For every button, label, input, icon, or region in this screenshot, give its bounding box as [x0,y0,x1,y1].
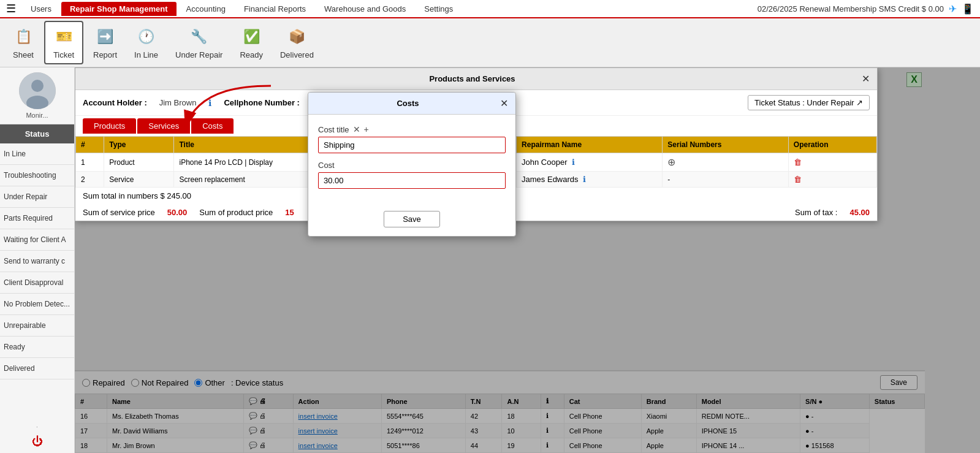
main-area: Monir... Status In Line Troubleshooting … [0,67,980,453]
add-serial-icon[interactable]: ⊕ [667,157,675,167]
tab-products[interactable]: Products [83,118,136,134]
nav-financial[interactable]: Financial Reports [235,2,314,16]
cost-label-row: Cost [318,161,506,170]
sidebar-item-waitingclient[interactable]: Waiting for Client A [0,229,74,251]
costs-modal-header: Costs ✕ [308,93,515,115]
sidebar-item-delivered[interactable]: Delivered [0,358,74,379]
sidebar-item-clientdisapproval[interactable]: Client Disapproval [0,272,74,294]
telegram-icon[interactable]: ✈ [949,3,957,15]
sidebar: Monir... Status In Line Troubleshooting … [0,67,75,453]
tab-costs[interactable]: Costs [191,118,234,134]
tab-services[interactable]: Services [137,118,190,134]
account-holder-label: Account Holder : [83,98,147,107]
report-label: Report [93,50,117,59]
sidebar-item-inline[interactable]: In Line [0,143,74,165]
products-modal-close[interactable]: ✕ [862,73,870,85]
row-serial: ⊕ [663,153,788,172]
inline-button[interactable]: 🕐 In Line [127,22,165,63]
top-bar: ☰ Users Repair Shop Management Accountin… [0,0,980,18]
cost-title-label: Cost title [318,125,349,134]
delete-icon[interactable]: 🗑 [794,158,802,167]
nav-repair-shop[interactable]: Repair Shop Management [61,2,177,16]
cost-label: Cost [318,161,335,170]
top-bar-info: 02/26/2025 Renewal Membership SMS Credit… [758,3,974,15]
cost-amount-input[interactable] [318,172,506,189]
costs-modal-body: Cost title ✕ + Cost [308,115,515,206]
row-type: Service [104,172,174,188]
sidebar-item-ready[interactable]: Ready [0,337,74,358]
row-repairman: John Cooper ℹ [517,153,663,172]
ticket-status-value: Under Repair [807,98,854,107]
ticket-status-label: Ticket Status : [754,98,805,107]
ready-label: Ready [240,50,263,59]
sum-service-label: Sum of service price [83,208,155,217]
sum-tax-value: 45.00 [849,208,870,217]
ticket-label: Ticket [53,50,74,59]
clear-cost-title-button[interactable]: ✕ [353,124,360,134]
cost-title-label-row: Cost title ✕ + [318,124,506,134]
th-num: # [76,137,104,153]
sidebar-item-underrepair[interactable]: Under Repair [0,186,74,208]
content-area: X Repaired Not Repaired Other : Device s… [75,67,980,453]
inline-label: In Line [134,50,158,59]
power-button[interactable]: ⏻ [0,430,74,453]
sheet-icon: 📋 [12,26,34,48]
info-icon: ℹ [208,98,211,108]
th-serial: Serial Numbers [663,137,788,153]
sidebar-item-partsrequired[interactable]: Parts Required [0,208,74,229]
nav-settings[interactable]: Settings [416,2,462,16]
report-button[interactable]: ➡️ Report [86,22,124,63]
dots-indicator: · [0,424,74,430]
sidebar-item-unrepairable[interactable]: Unrepairable [0,315,74,337]
nav-accounting[interactable]: Accounting [178,2,234,16]
nav-users[interactable]: Users [22,2,60,16]
th-repairman: Repairman Name [517,137,663,153]
ticket-button[interactable]: 🎫 Ticket [44,21,83,64]
date-info: 02/26/2025 Renewal Membership SMS Credit… [758,4,944,13]
row-operation: 🗑 [788,153,876,172]
svg-point-1 [31,80,44,92]
ready-button[interactable]: ✅ Ready [232,22,270,63]
report-icon: ➡️ [94,26,116,48]
cost-title-input[interactable] [318,137,506,153]
nav-warehouse[interactable]: Warehouse and Goods [316,2,414,16]
costs-modal-title: Costs [316,99,500,108]
products-modal-header: Products and Services ✕ [75,68,877,90]
info-icon: ℹ [583,175,586,184]
costs-modal: Costs ✕ Cost title ✕ + Cost Save [308,92,516,237]
row-repairman: James Edwards ℹ [517,172,663,188]
ticket-status-button[interactable]: Ticket Status : Under Repair ↗ [748,95,870,110]
sidebar-item-noproblem[interactable]: No Problem Detec... [0,294,74,315]
hamburger-icon[interactable]: ☰ [6,2,16,15]
costs-save-button[interactable]: Save [384,211,440,227]
costs-modal-close[interactable]: ✕ [500,97,508,109]
sum-product-value: 15 [285,208,294,217]
toolbar: 📋 Sheet 🎫 Ticket ➡️ Report 🕐 In Line 🔧 U… [0,18,980,67]
sheet-label: Sheet [13,50,34,59]
sum-total: Sum total in numbers $ 245.00 [83,191,191,200]
sidebar-status-header: Status [0,124,74,143]
delivered-button[interactable]: 📦 Delivered [273,22,321,63]
products-modal-title: Products and Services [83,74,862,83]
row-operation: 🗑 [788,172,876,188]
delete-icon[interactable]: 🗑 [794,175,802,184]
sum-product-label: Sum of product price [199,208,273,217]
row-num: 1 [76,153,104,172]
sidebar-item-troubleshooting[interactable]: Troubleshooting [0,165,74,186]
delivered-label: Delivered [280,50,314,59]
avatar [19,72,56,109]
ticket-icon: 🎫 [53,26,75,48]
ready-icon: ✅ [240,26,262,48]
sheet-button[interactable]: 📋 Sheet [5,22,42,63]
underrepair-label: Under Repair [175,50,222,59]
row-num: 2 [76,172,104,188]
whatsapp-icon[interactable]: 📱 [962,3,974,15]
underrepair-button[interactable]: 🔧 Under Repair [168,22,230,63]
costs-modal-footer: Save [308,206,515,236]
external-link-icon: ↗ [856,98,863,107]
underrepair-icon: 🔧 [188,26,210,48]
add-cost-title-button[interactable]: + [364,124,369,134]
info-icon: ℹ [572,158,575,167]
sum-tax-label: Sum of tax : [795,208,837,217]
sidebar-item-sendwarranty[interactable]: Send to warranty c [0,251,74,272]
